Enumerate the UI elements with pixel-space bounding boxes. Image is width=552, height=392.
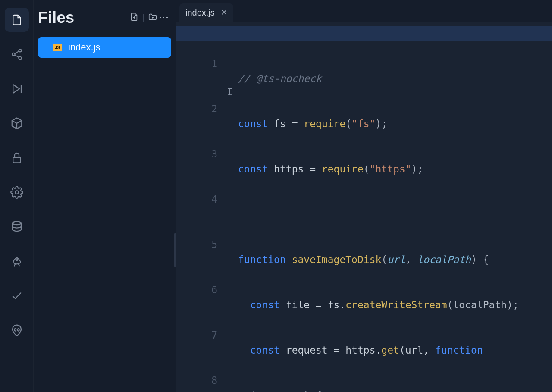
svg-point-5: [15, 191, 19, 194]
files-icon[interactable]: [5, 8, 29, 32]
panel-title: Files: [38, 9, 129, 27]
new-file-icon[interactable]: [129, 12, 139, 23]
share-icon[interactable]: [5, 42, 29, 66]
rocket-icon[interactable]: [5, 249, 29, 273]
svg-point-7: [16, 259, 18, 260]
close-icon[interactable]: ✕: [221, 8, 227, 17]
files-panel: Files ⋮ JS index.js ⋮: [34, 0, 176, 392]
gear-icon[interactable]: [5, 180, 29, 204]
check-icon[interactable]: [5, 284, 29, 308]
editor-area: index.js ✕ 1 2 3 4 5 6 7 8 9 10 11 12 13…: [176, 0, 552, 392]
file-more-icon[interactable]: ⋮: [163, 43, 165, 52]
file-label: index.js: [68, 42, 163, 53]
code-editor[interactable]: 1 2 3 4 5 6 7 8 9 10 11 12 13 14 15 16 1…: [176, 22, 552, 392]
line-gutter: 1 2 3 4 5 6 7 8 9 10 11 12 13 14 15 16 1…: [176, 22, 229, 392]
code-content[interactable]: I // @ts-nocheck const fs = require("fs"…: [229, 22, 552, 392]
svg-point-2: [19, 57, 21, 60]
svg-point-8: [14, 329, 16, 331]
tab-label: index.js: [185, 8, 215, 18]
svg-point-9: [17, 329, 19, 331]
file-item-indexjs[interactable]: JS index.js ⋮: [38, 37, 171, 58]
new-folder-icon[interactable]: [148, 12, 157, 23]
divider: [143, 14, 144, 22]
run-icon[interactable]: [5, 77, 29, 101]
activity-bar: [0, 0, 34, 392]
tab-bar: index.js ✕: [176, 0, 552, 22]
js-file-icon: JS: [53, 44, 62, 51]
tab-indexjs[interactable]: index.js ✕: [179, 3, 233, 22]
svg-point-1: [12, 53, 15, 56]
more-icon[interactable]: ⋮: [160, 13, 168, 23]
lock-icon[interactable]: [5, 146, 29, 170]
svg-point-6: [13, 222, 21, 225]
svg-rect-4: [13, 157, 21, 163]
svg-point-0: [19, 49, 21, 52]
database-icon[interactable]: [5, 215, 29, 239]
cube-icon[interactable]: [5, 111, 29, 135]
alien-icon[interactable]: [5, 318, 29, 342]
